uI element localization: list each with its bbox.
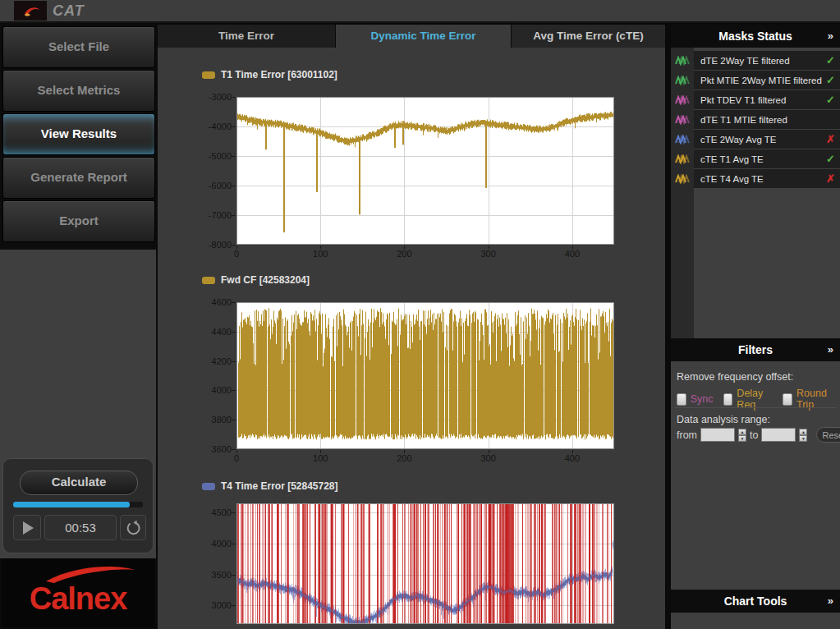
mask-status-icon: ✓	[826, 55, 835, 66]
x-axis-tick-label: 400	[556, 249, 589, 259]
filters-divider	[674, 407, 837, 408]
x-axis-tick-mark	[236, 246, 237, 249]
data-analysis-range-controls: from ▲▼ to ▲▼ Reset	[677, 427, 840, 443]
calculate-button[interactable]: Calculate	[20, 471, 138, 495]
plot-area[interactable]	[236, 97, 614, 245]
mask-row[interactable]: cTE T1 Avg TE✓	[671, 149, 840, 168]
mask-status-icon: ✓	[826, 94, 835, 105]
mask-waveform-icon	[671, 169, 694, 188]
x-axis-tick-label: 400	[556, 453, 589, 463]
tab-time-error[interactable]: Time Error	[158, 25, 335, 48]
x-axis-tick-mark	[489, 246, 489, 249]
chart-legend: T4 Time Error [52845728]	[202, 480, 338, 492]
y-axis-tick-mark	[232, 245, 236, 246]
y-axis-tick-mark	[232, 186, 236, 186]
x-axis-tick-label: 300	[472, 453, 505, 463]
mask-row[interactable]: dTE T1 MTIE filtered	[671, 110, 840, 129]
legend-label: T1 Time Error [63001102]	[221, 69, 337, 80]
mask-waveform-icon	[671, 90, 694, 109]
y-axis-tick-mark	[232, 332, 236, 333]
calnex-app-icon	[14, 1, 47, 21]
mask-status-icon: ✗	[826, 134, 835, 145]
x-axis-tick-mark	[320, 246, 321, 249]
sidebar-item-view-results[interactable]: View Results	[2, 113, 155, 155]
y-axis-tick-label: -4000	[194, 122, 232, 131]
mask-row[interactable]: Pkt MTIE 2Way MTIE filtered✓	[671, 71, 840, 90]
chart-tools-header: Chart Tools »	[671, 590, 840, 613]
mask-waveform-icon	[671, 110, 694, 129]
tab-avg-time-error-cte[interactable]: Avg Time Error (cTE)	[512, 25, 665, 48]
range-from-input[interactable]	[700, 428, 735, 442]
mask-waveform-icon	[671, 51, 694, 70]
sidebar-item-select-file[interactable]: Select File	[2, 26, 155, 68]
y-axis-tick-label: 3500	[194, 570, 232, 580]
y-axis-tick-label: -5000	[194, 151, 232, 161]
calc-progress-bar	[13, 502, 143, 507]
calc-progress-fill	[13, 502, 130, 507]
plot-area[interactable]	[236, 302, 614, 449]
x-axis-tick-mark	[320, 450, 321, 453]
y-axis-tick-label: 4000	[194, 539, 232, 549]
y-axis-tick-label: -7000	[194, 210, 232, 220]
mask-row[interactable]: cTE T4 Avg TE✗	[671, 169, 840, 188]
range-from-stepper[interactable]: ▲▼	[738, 429, 746, 442]
from-label: from	[677, 429, 697, 441]
filters-title: Filters	[738, 343, 773, 356]
delay-req-checkbox[interactable]	[723, 393, 733, 406]
legend-swatch	[202, 277, 215, 284]
mask-waveform-icon	[671, 130, 694, 149]
masks-status-title: Masks Status	[718, 30, 792, 43]
sync-checkbox[interactable]	[677, 393, 686, 406]
y-axis-tick-mark	[232, 420, 236, 420]
x-axis-tick-mark	[572, 246, 573, 249]
cat-logo: CAT	[53, 2, 85, 20]
y-axis-tick-mark	[232, 575, 236, 576]
masks-expander-icon[interactable]: »	[828, 25, 833, 48]
plot-area[interactable]	[236, 503, 614, 624]
y-axis-tick-mark	[232, 361, 236, 362]
y-axis-tick-mark	[232, 512, 236, 513]
round-trip-checkbox[interactable]	[783, 393, 792, 406]
x-axis-tick-mark	[489, 450, 489, 453]
mask-waveform-icon	[671, 149, 694, 168]
tab-dynamic-time-error[interactable]: Dynamic Time Error	[336, 25, 511, 48]
mask-label: Pkt TDEV T1 filtered	[700, 95, 786, 105]
repeat-button[interactable]	[120, 515, 146, 540]
legend-swatch	[202, 71, 215, 79]
chart-t4-time-error: T4 Time Error [52845728] 450040003500300…	[158, 477, 665, 629]
chart-legend: T1 Time Error [63001102]	[202, 69, 337, 80]
x-axis-tick-label: 0	[220, 453, 253, 463]
masks-status-list: dTE 2Way TE filtered✓ Pkt MTIE 2Way MTIE…	[671, 48, 840, 338]
chart-tools-expander-icon[interactable]: »	[828, 590, 833, 613]
sidebar-item-generate-report[interactable]: Generate Report	[2, 157, 155, 199]
chart-t1-time-error: T1 Time Error [63001102] -3000-4000-5000…	[158, 66, 665, 268]
x-axis-tick-mark	[236, 450, 237, 453]
to-label: to	[750, 429, 758, 441]
range-to-input[interactable]	[761, 428, 796, 442]
legend-swatch	[202, 483, 215, 490]
sync-checkbox-label: Sync	[691, 393, 714, 405]
y-axis-tick-mark	[232, 302, 236, 303]
y-axis-tick-label: 4500	[194, 507, 232, 517]
legend-label: T4 Time Error [52845728]	[221, 480, 338, 492]
x-axis-tick-label: 100	[304, 453, 337, 463]
y-axis-tick-label: 3000	[194, 600, 232, 610]
mask-row[interactable]: Pkt TDEV T1 filtered✓	[671, 90, 840, 109]
range-to-stepper[interactable]: ▲▼	[799, 429, 807, 442]
filters-header: Filters »	[671, 338, 840, 361]
mask-row[interactable]: dTE 2Way TE filtered✓	[671, 51, 840, 70]
legend-label: Fwd CF [42583204]	[221, 274, 310, 286]
filters-panel: Remove frequency offset: Sync Delay Req …	[671, 361, 840, 590]
elapsed-timer: 00:53	[44, 515, 117, 540]
chart-tools-title: Chart Tools	[724, 595, 787, 608]
reset-button[interactable]: Reset	[816, 427, 840, 443]
calculate-panel: Calculate 00:53	[2, 458, 154, 553]
y-axis-tick-label: 4600	[194, 297, 232, 307]
filters-expander-icon[interactable]: »	[828, 338, 833, 361]
play-button[interactable]	[13, 515, 41, 540]
sidebar-item-export[interactable]: Export	[2, 200, 155, 242]
mask-status-icon: ✗	[826, 173, 835, 184]
sidebar-item-select-metrics[interactable]: Select Metrics	[2, 70, 155, 112]
mask-status-icon: ✓	[826, 154, 835, 164]
mask-row[interactable]: cTE 2Way Avg TE✗	[671, 130, 840, 149]
